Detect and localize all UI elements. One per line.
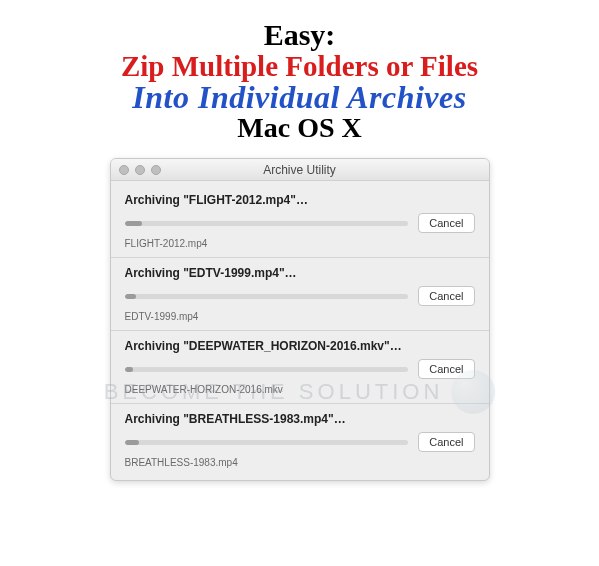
archive-label: Archiving "EDTV-1999.mp4"… [125, 266, 475, 280]
progress-bar [125, 440, 409, 445]
archive-filename: EDTV-1999.mp4 [125, 311, 475, 322]
archive-row: Archiving "BREATHLESS-1983.mp4"… Cancel … [111, 404, 489, 476]
archive-label: Archiving "FLIGHT-2012.mp4"… [125, 193, 475, 207]
title-line-3: Into Individual Archives [0, 79, 599, 116]
archive-label: Archiving "DEEPWATER_HORIZON-2016.mkv"… [125, 339, 475, 353]
progress-fill [125, 294, 136, 299]
title-line-1: Easy: [0, 18, 599, 52]
archive-row: Archiving "DEEPWATER_HORIZON-2016.mkv"… … [111, 331, 489, 404]
progress-bar [125, 221, 409, 226]
archive-utility-window: Archive Utility Archiving "FLIGHT-2012.m… [110, 158, 490, 481]
progress-fill [125, 367, 134, 372]
archive-filename: FLIGHT-2012.mp4 [125, 238, 475, 249]
cancel-button[interactable]: Cancel [418, 432, 474, 452]
cancel-button[interactable]: Cancel [418, 359, 474, 379]
title-line-4: Mac OS X [0, 112, 599, 144]
page-header: Easy: Zip Multiple Folders or Files Into… [0, 0, 599, 152]
progress-fill [125, 440, 139, 445]
window-titlebar: Archive Utility [111, 159, 489, 181]
cancel-button[interactable]: Cancel [418, 213, 474, 233]
progress-bar [125, 367, 409, 372]
archive-row: Archiving "FLIGHT-2012.mp4"… Cancel FLIG… [111, 185, 489, 258]
window-content: Archiving "FLIGHT-2012.mp4"… Cancel FLIG… [111, 181, 489, 480]
archive-filename: DEEPWATER-HORIZON-2016.mkv [125, 384, 475, 395]
window-title: Archive Utility [111, 163, 489, 177]
archive-label: Archiving "BREATHLESS-1983.mp4"… [125, 412, 475, 426]
archive-row: Archiving "EDTV-1999.mp4"… Cancel EDTV-1… [111, 258, 489, 331]
progress-bar [125, 294, 409, 299]
archive-filename: BREATHLESS-1983.mp4 [125, 457, 475, 468]
cancel-button[interactable]: Cancel [418, 286, 474, 306]
progress-fill [125, 221, 142, 226]
